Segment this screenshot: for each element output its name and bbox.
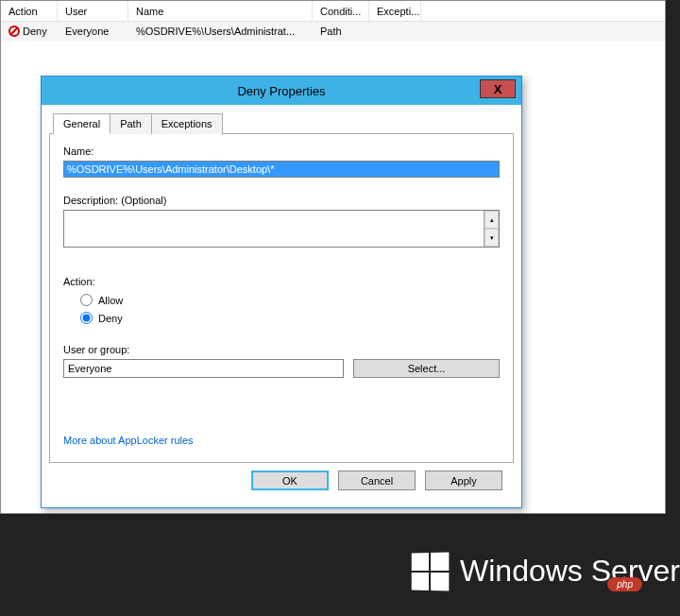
dialog-title: Deny Properties xyxy=(237,84,325,98)
rules-table: Action User Name Conditi... Excepti... D… xyxy=(1,1,665,41)
action-radio-group: Allow Deny xyxy=(63,291,500,327)
tab-path[interactable]: Path xyxy=(110,113,152,134)
footer-bar: Windows Server php xyxy=(0,526,680,616)
description-label: Description: (Optional) xyxy=(63,195,500,206)
name-label: Name: xyxy=(63,145,500,157)
cancel-button[interactable]: Cancel xyxy=(338,471,416,490)
user-label: User or group: xyxy=(63,344,500,355)
spin-up-icon[interactable]: ▴ xyxy=(484,211,499,229)
cell-name: %OSDRIVE%\Users\Administrat... xyxy=(128,22,313,41)
radio-allow-label: Allow xyxy=(98,295,123,306)
tab-exceptions[interactable]: Exceptions xyxy=(151,113,223,134)
more-link[interactable]: More about AppLocker rules xyxy=(63,435,194,446)
apply-button[interactable]: Apply xyxy=(425,471,502,490)
radio-deny-input[interactable] xyxy=(80,312,93,324)
select-button[interactable]: Select... xyxy=(353,359,500,378)
tab-general[interactable]: General xyxy=(53,113,110,134)
action-label: Action: xyxy=(63,276,500,287)
cell-action: Deny xyxy=(1,22,58,41)
tab-row: General Path Exceptions xyxy=(53,113,514,134)
col-header-name[interactable]: Name xyxy=(128,1,313,21)
user-input xyxy=(63,359,344,378)
col-header-action[interactable]: Action xyxy=(1,1,58,21)
radio-deny-label: Deny xyxy=(98,313,123,324)
name-input[interactable] xyxy=(63,161,500,178)
col-header-user[interactable]: User xyxy=(58,1,128,21)
windows-logo-icon xyxy=(412,552,450,590)
tab-panel-general: Name: Description: (Optional) ▴ ▾ Action… xyxy=(49,133,514,463)
description-input[interactable] xyxy=(64,211,484,247)
dialog-body: General Path Exceptions Name: Descriptio… xyxy=(42,105,521,507)
cell-user: Everyone xyxy=(58,22,128,41)
col-header-conditions[interactable]: Conditi... xyxy=(313,1,369,21)
user-row: Select... xyxy=(63,359,500,378)
cell-action-text: Deny xyxy=(23,26,47,37)
col-header-exceptions[interactable]: Excepti... xyxy=(369,1,421,21)
dialog-button-row: OK Cancel Apply xyxy=(49,463,514,500)
table-row[interactable]: Deny Everyone %OSDRIVE%\Users\Administra… xyxy=(1,22,665,41)
brand-text: Windows Server xyxy=(460,554,680,589)
spin-down-icon[interactable]: ▾ xyxy=(484,229,499,247)
titlebar[interactable]: Deny Properties X xyxy=(42,77,521,105)
cell-conditions: Path xyxy=(313,22,369,41)
deny-properties-dialog: Deny Properties X General Path Exception… xyxy=(41,76,522,508)
deny-icon xyxy=(8,26,20,37)
close-button[interactable]: X xyxy=(480,79,516,98)
radio-deny[interactable]: Deny xyxy=(63,309,500,327)
php-badge: php xyxy=(607,577,642,591)
table-header: Action User Name Conditi... Excepti... xyxy=(1,1,665,22)
description-spinner: ▴ ▾ xyxy=(484,211,499,247)
cell-exceptions xyxy=(369,22,421,41)
description-box: ▴ ▾ xyxy=(63,210,500,248)
radio-allow[interactable]: Allow xyxy=(63,291,500,309)
radio-allow-input[interactable] xyxy=(80,294,93,306)
ok-button[interactable]: OK xyxy=(251,471,329,490)
